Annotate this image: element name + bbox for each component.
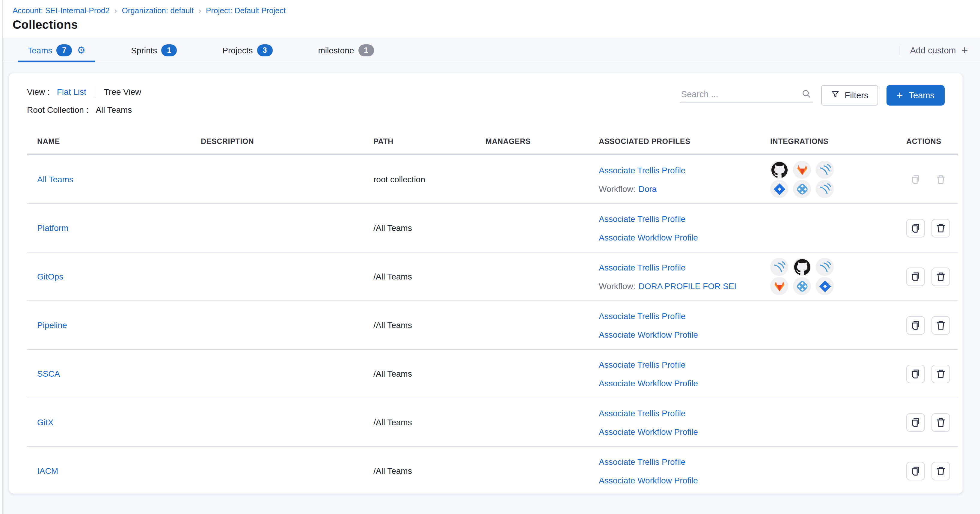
sonarqube-icon (816, 258, 834, 276)
search-input[interactable] (680, 85, 813, 103)
tab-label: milestone (318, 45, 354, 55)
actions-cell (897, 316, 958, 334)
vertical-divider (900, 44, 900, 56)
profile-link[interactable]: Associate Trellis Profile (599, 457, 686, 466)
github-icon (793, 258, 811, 276)
tab-sprints[interactable]: Sprints 1 (121, 38, 186, 62)
column-header: INTEGRATIONS (759, 137, 897, 146)
sonarqube-icon (770, 258, 788, 276)
duplicate-button[interactable] (906, 219, 925, 237)
collection-name-link[interactable]: Pipeline (37, 320, 67, 330)
view-controls: View : Flat List Tree View Root Collecti… (9, 73, 963, 129)
left-edge-divider (0, 0, 3, 514)
collection-name-link[interactable]: GitX (37, 417, 53, 427)
profiles-cell: Associate Trellis ProfileAssociate Workf… (589, 356, 759, 391)
count-badge: 1 (161, 44, 177, 56)
profile-link[interactable]: Associate Trellis Profile (599, 311, 686, 321)
table-row: All Teamsroot collectionAssociate Trelli… (27, 155, 958, 204)
plus-icon: + (897, 90, 903, 101)
duplicate-button[interactable] (906, 267, 925, 286)
jira-icon (770, 180, 788, 198)
profile-link[interactable]: Associate Trellis Profile (599, 408, 686, 418)
duplicate-button[interactable] (906, 364, 925, 383)
column-header: DESCRIPTION (191, 137, 363, 146)
collection-name-link[interactable]: IACM (37, 466, 58, 476)
profile-link[interactable]: Associate Workflow Profile (599, 378, 698, 388)
path-cell: /All Teams (363, 272, 475, 281)
add-custom-button[interactable]: Add custom + (910, 45, 968, 56)
duplicate-button[interactable] (906, 413, 925, 431)
path-cell: /All Teams (363, 466, 475, 476)
breadcrumb-organization-link[interactable]: Organization: default (122, 6, 194, 15)
page-title: Collections (13, 18, 980, 32)
integrations-cell (759, 258, 897, 295)
delete-button[interactable] (931, 219, 950, 237)
profile-link[interactable]: DORA PROFILE FOR SEI (638, 281, 737, 291)
actions-cell (897, 413, 958, 431)
path-cell: root collection (363, 174, 475, 184)
tab-milestone[interactable]: milestone 1 (309, 38, 383, 62)
column-header: PATH (363, 137, 475, 146)
profile-link[interactable]: Associate Trellis Profile (599, 262, 686, 272)
profile-link[interactable]: Associate Trellis Profile (599, 165, 686, 175)
add-custom-label: Add custom (910, 45, 956, 55)
profiles-cell: Associate Trellis ProfileWorkflow:DORA P… (589, 259, 759, 294)
table-row: Pipeline/All TeamsAssociate Trellis Prof… (27, 301, 958, 350)
profiles-cell: Associate Trellis ProfileAssociate Workf… (589, 405, 759, 439)
collection-name-link[interactable]: SSCA (37, 369, 60, 378)
profile-link[interactable]: Associate Trellis Profile (599, 214, 686, 223)
actions-cell (897, 461, 958, 480)
tab-projects[interactable]: Projects 3 (213, 38, 282, 62)
delete-button[interactable] (931, 413, 950, 431)
column-header: ASSOCIATED PROFILES (589, 137, 759, 146)
column-header: MANAGERS (475, 137, 589, 146)
path-cell: /All Teams (363, 417, 475, 427)
breadcrumb-project-link[interactable]: Project: Default Project (206, 6, 286, 15)
duplicate-button[interactable] (906, 461, 925, 480)
tree-view-toggle[interactable]: Tree View (104, 87, 142, 97)
sonarqube-icon (816, 161, 834, 179)
collection-name-link[interactable]: GitOps (37, 272, 63, 281)
add-teams-button[interactable]: + Teams (886, 85, 945, 105)
delete-button[interactable] (931, 267, 950, 286)
profile-link[interactable]: Associate Workflow Profile (599, 330, 698, 339)
profile-link[interactable]: Associate Workflow Profile (599, 232, 698, 242)
search-field (680, 85, 813, 105)
count-badge: 7 (56, 44, 72, 56)
chevron-right-icon: › (194, 6, 206, 15)
count-badge: 1 (358, 44, 374, 56)
filters-button[interactable]: Filters (821, 85, 878, 105)
page-header: Account: SEI-Internal-Prod2 › Organizati… (0, 0, 980, 38)
flat-list-toggle[interactable]: Flat List (57, 87, 86, 97)
sonarqube-icon (816, 180, 834, 198)
add-teams-label: Teams (909, 91, 934, 100)
table-header: NAMEDESCRIPTIONPATHMANAGERSASSOCIATED PR… (27, 129, 958, 155)
tab-label: Teams (27, 45, 52, 55)
table-row: GitOps/All TeamsAssociate Trellis Profil… (27, 252, 958, 301)
table-row: IACM/All TeamsAssociate Trellis ProfileA… (27, 447, 958, 493)
delete-button[interactable] (931, 364, 950, 383)
jira-icon (816, 277, 834, 295)
profile-link[interactable]: Associate Workflow Profile (599, 427, 698, 436)
profiles-cell: Associate Trellis ProfileAssociate Workf… (589, 308, 759, 342)
profile-link[interactable]: Associate Workflow Profile (599, 475, 698, 485)
workflow-label: Workflow: (599, 281, 635, 291)
path-cell: /All Teams (363, 369, 475, 378)
delete-button[interactable] (931, 316, 950, 334)
settings-gear-icon[interactable]: ⚙ (77, 45, 86, 55)
duplicate-icon (906, 170, 925, 188)
actions-cell (897, 267, 958, 286)
profiles-cell: Associate Trellis ProfileWorkflow:Dora (589, 162, 759, 196)
duplicate-button[interactable] (906, 316, 925, 334)
tab-strip: Teams 7 ⚙ Sprints 1 Projects 3 milestone… (0, 38, 980, 62)
profiles-cell: Associate Trellis ProfileAssociate Workf… (589, 211, 759, 245)
breadcrumb-account-link[interactable]: Account: SEI-Internal-Prod2 (13, 6, 110, 15)
profile-link[interactable]: Associate Trellis Profile (599, 359, 686, 369)
profile-link[interactable]: Dora (638, 184, 657, 193)
collection-name-link[interactable]: Platform (37, 223, 68, 233)
actions-cell (897, 364, 958, 383)
collection-name-link[interactable]: All Teams (37, 174, 73, 184)
tab-teams[interactable]: Teams 7 ⚙ (18, 38, 95, 62)
delete-button[interactable] (931, 461, 950, 480)
tab-label: Sprints (131, 45, 157, 55)
